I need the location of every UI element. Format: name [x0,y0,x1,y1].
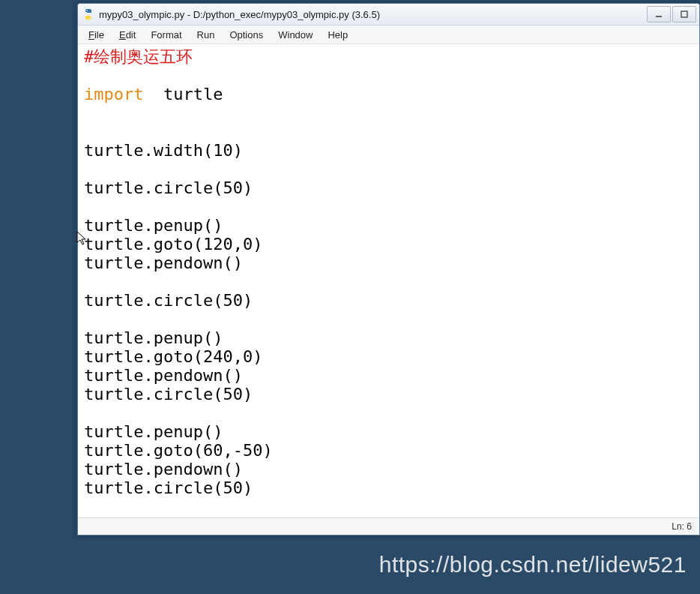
code-line: turtle.circle(50) [84,385,253,404]
minimize-button[interactable] [647,6,671,22]
menu-help[interactable]: Help [320,28,355,42]
code-line: turtle.penup() [84,328,223,347]
menubar: File Edit Format Run Options Window Help [78,26,699,44]
svg-rect-3 [681,11,687,17]
svg-point-1 [89,17,91,19]
menu-format-label: Format [151,29,181,40]
menu-run[interactable]: Run [190,28,223,42]
code-line: turtle.penup() [84,422,223,441]
titlebar: mypy03_olympic.py - D:/python_exec/mypy0… [78,4,699,26]
code-line: turtle [143,85,223,104]
code-line: turtle.pendown() [84,460,243,478]
window-title: mypy03_olympic.py - D:/python_exec/mypy0… [99,9,645,20]
code-editor[interactable]: #绘制奥运五环 import turtle turtle.width(10) t… [78,44,699,518]
menu-file[interactable]: File [81,28,112,42]
menu-file-label: ile [94,29,104,40]
svg-point-0 [86,10,88,11]
code-line: turtle.circle(50) [84,478,253,497]
code-comment: #绘制奥运五环 [84,47,193,66]
menu-window-label: Window [278,29,313,40]
watermark-text: https://blog.csdn.net/lidew521 [379,552,687,578]
code-line: turtle.penup() [84,216,223,235]
code-line: turtle.goto(120,0) [84,235,262,254]
code-line: turtle.pendown() [84,254,243,272]
statusbar: Ln: 6 [78,518,699,535]
menu-edit-label: dit [126,29,136,40]
code-line: turtle.goto(60,-50) [84,441,273,460]
menu-run-label: Run [197,29,215,40]
code-line: turtle.circle(50) [84,178,253,197]
menu-window[interactable]: Window [271,28,320,42]
window-controls [645,6,696,22]
menu-options[interactable]: Options [222,28,271,42]
code-line: turtle.circle(50) [84,291,253,310]
menu-help-label: Help [328,29,348,40]
menu-edit[interactable]: Edit [112,28,143,42]
status-line-number: Ln: 6 [672,521,692,532]
idle-window: mypy03_olympic.py - D:/python_exec/mypy0… [77,3,700,536]
code-line: turtle.pendown() [84,366,243,385]
maximize-button[interactable] [672,6,696,22]
menu-format[interactable]: Format [143,28,189,42]
code-line: turtle.width(10) [84,141,243,160]
code-keyword-import: import [84,85,143,104]
python-icon [82,8,94,20]
menu-options-label: Options [229,29,263,40]
code-line: turtle.goto(240,0) [84,347,262,366]
